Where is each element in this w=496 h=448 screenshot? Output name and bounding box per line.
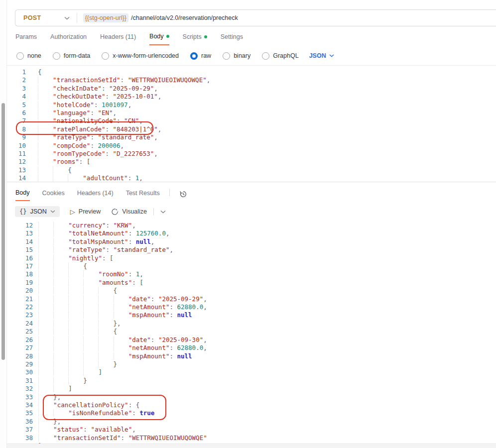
visualize-button[interactable]: Visualize <box>111 208 147 216</box>
mode-label: x-www-form-urlencoded <box>113 52 179 59</box>
line-number: 37 <box>7 426 33 434</box>
line-number: 28 <box>7 352 33 360</box>
code-line: 21 "date": "2025-09-29", <box>7 295 496 303</box>
code-line: 12 "rooms": [ <box>7 158 496 166</box>
line-number: 19 <box>7 279 33 287</box>
code-line: 16 "nightly": [ <box>7 254 496 262</box>
code-line: 36 }, <box>7 418 496 426</box>
line-number: 23 <box>7 311 33 319</box>
radio-icon <box>102 52 109 60</box>
code-line: 17 { <box>7 262 496 270</box>
response-tab-headers-14-[interactable]: Headers (14) <box>77 189 114 201</box>
code-line: 31 } <box>7 377 496 385</box>
method-selector[interactable]: POST <box>23 14 41 21</box>
body-mode-x-www-form-urlencoded[interactable]: x-www-form-urlencoded <box>102 52 179 60</box>
line-number: 26 <box>7 336 33 344</box>
line-number: 36 <box>7 418 33 426</box>
tab-label: Authorization <box>50 33 87 40</box>
code-text: ] <box>38 368 102 376</box>
code-text: "mspAmount": null <box>38 311 192 319</box>
line-number: 38 <box>7 434 33 442</box>
response-body-viewer[interactable]: 12 "currency": "KRW",13 "totalNetAmount"… <box>7 221 496 448</box>
left-scrollbar-thumb[interactable] <box>1 103 5 360</box>
code-line: 26 "date": "2025-09-30", <box>7 336 496 344</box>
horizontal-scrollbar-track[interactable] <box>7 444 496 448</box>
code-line: 37 "status": "available", <box>7 426 496 434</box>
tab-label: Headers (11) <box>100 33 136 40</box>
response-tab-test-results[interactable]: Test Results <box>126 189 160 201</box>
code-text: }, <box>38 320 121 328</box>
tab-body[interactable]: Body <box>149 33 169 45</box>
response-tab-cookies[interactable]: Cookies <box>42 189 65 201</box>
request-body-editor[interactable]: 1{2 "transactionSetId": "WETTRWQIUEOIWUQ… <box>7 65 496 182</box>
postman-window: POST {{stg-open-url}} /channel/ota/v2.0/… <box>0 0 496 448</box>
raw-language-dropdown[interactable]: JSON <box>309 52 334 59</box>
tab-scripts[interactable]: Scripts <box>183 33 207 45</box>
response-tabs: BodyCookiesHeaders (14)Test Results <box>15 182 496 201</box>
code-text: "rateType": "standard_rate", <box>38 133 158 141</box>
line-number: 17 <box>7 262 33 270</box>
line-number: 2 <box>7 76 26 84</box>
chevron-down-icon[interactable] <box>160 210 166 214</box>
code-text: "language": "EN", <box>38 109 117 117</box>
code-line: 13 "totalNetAmount": 125760.0, <box>7 229 496 237</box>
code-text: } <box>38 377 87 385</box>
tab-headers-11-[interactable]: Headers (11) <box>100 33 136 45</box>
code-text: { <box>38 262 87 270</box>
tab-label: Body <box>149 33 164 40</box>
code-line: 34 "cancellationPolicy": { <box>7 401 496 409</box>
code-line: 25 { <box>7 328 496 336</box>
code-line: 35 "isNonRefundable": true <box>7 409 496 417</box>
body-mode-graphql[interactable]: GraphQL <box>262 52 298 60</box>
line-number: 31 <box>7 377 33 385</box>
mode-label: raw <box>201 52 211 59</box>
code-text: "netAmount": 62880.0, <box>38 303 207 311</box>
code-text: "totalMspAmount": null, <box>38 238 154 246</box>
code-text: { <box>38 68 42 76</box>
magic-wand-icon <box>111 208 119 216</box>
code-text: "checkOutDate": "2025-10-01", <box>38 93 161 101</box>
line-number: 8 <box>7 125 26 133</box>
environment-variable-chip[interactable]: {{stg-open-url}} <box>83 13 128 22</box>
body-mode-raw[interactable]: raw <box>190 52 211 60</box>
code-text: "date": "2025-09-29", <box>38 295 207 303</box>
code-line: 7 "nationalityCode": "CN", <box>7 117 496 125</box>
body-mode-none[interactable]: none <box>16 52 41 60</box>
chevron-down-icon[interactable] <box>64 16 70 20</box>
code-text: { <box>38 328 117 336</box>
url-bar: POST {{stg-open-url}} /channel/ota/v2.0/… <box>15 9 496 26</box>
line-number: 9 <box>7 133 26 141</box>
code-text: }, <box>38 393 61 401</box>
line-number: 13 <box>7 166 26 174</box>
url-input[interactable]: {{stg-open-url}} /channel/ota/v2.0/reser… <box>83 13 238 22</box>
code-line: 30 ] <box>7 368 496 376</box>
line-number: 33 <box>7 393 33 401</box>
line-number: 10 <box>7 142 26 150</box>
response-toolbar: {} JSON ▷ Preview Visualize <box>15 206 496 218</box>
response-format-dropdown[interactable]: {} JSON <box>15 206 60 217</box>
body-mode-binary[interactable]: binary <box>223 52 250 60</box>
body-mode-options: noneform-datax-www-form-urlencodedrawbin… <box>16 50 496 62</box>
code-line: 1{ <box>7 68 496 76</box>
line-number: 16 <box>7 254 33 262</box>
tab-settings[interactable]: Settings <box>221 33 243 45</box>
code-line: 29 } <box>7 360 496 368</box>
mode-label: binary <box>234 52 250 59</box>
response-tab-body[interactable]: Body <box>15 189 30 201</box>
left-scrollbar-track <box>0 0 7 448</box>
code-text: "rooms": [ <box>38 158 90 166</box>
code-text: { <box>38 166 72 174</box>
code-line: 24 }, <box>7 320 496 328</box>
code-line: 23 "mspAmount": null <box>7 311 496 319</box>
code-text: "roomTypeCode": "D_2227653", <box>38 150 158 158</box>
code-line: 28 "mspAmount": null <box>7 352 496 360</box>
history-icon[interactable] <box>179 190 187 198</box>
line-number: 1 <box>7 68 26 76</box>
tab-authorization[interactable]: Authorization <box>50 33 87 45</box>
code-line: 6 "language": "EN", <box>7 109 496 117</box>
preview-button[interactable]: ▷ Preview <box>70 208 101 216</box>
tab-params[interactable]: Params <box>15 33 37 45</box>
body-mode-form-data[interactable]: form-data <box>53 52 91 60</box>
code-line: 5 "hotelCode": 1001097, <box>7 101 496 109</box>
mode-label: GraphQL <box>273 52 298 59</box>
